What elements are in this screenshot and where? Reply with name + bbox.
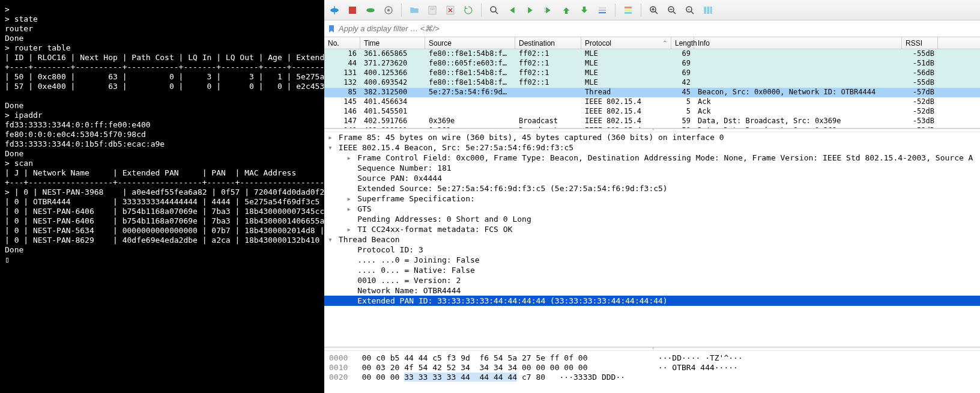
- svg-rect-14: [625, 7, 632, 8]
- packet-row[interactable]: 44371.273620fe80::605f:e603:f…ff02::1MLE…: [324, 59, 980, 69]
- packet-row[interactable]: 145401.456634IEEE 802.15.45Ack-52dB: [324, 97, 980, 107]
- svg-rect-13: [599, 7, 606, 8]
- first-packet-icon[interactable]: [558, 2, 574, 18]
- display-filter-bar: [324, 20, 980, 37]
- prev-packet-icon[interactable]: [504, 2, 520, 18]
- goto-packet-icon[interactable]: [540, 2, 556, 18]
- terminal-pane[interactable]: > > state router Done > router table | I…: [0, 0, 324, 393]
- svg-rect-21: [704, 7, 706, 14]
- packet-list-pane[interactable]: No. Time Source Destination Protocol⌃ Le…: [324, 37, 980, 129]
- detail-line[interactable]: TI CC24xx-format metadata: FCS OK: [324, 224, 980, 234]
- packet-row[interactable]: 147402.5917660x369eBroadcastIEEE 802.15.…: [324, 117, 980, 126]
- detail-line[interactable]: Protocol ID: 3: [324, 245, 980, 255]
- detail-line[interactable]: GTS: [324, 204, 980, 214]
- packet-row[interactable]: 85382.3125005e:27:5a:54:f6:9d…Thread45Be…: [324, 88, 980, 97]
- last-packet-icon[interactable]: [576, 2, 592, 18]
- svg-rect-11: [599, 12, 606, 13]
- detail-line[interactable]: Superframe Specification:: [324, 193, 980, 204]
- next-packet-icon[interactable]: [522, 2, 538, 18]
- col-header-info[interactable]: Info: [694, 37, 902, 49]
- svg-rect-23: [710, 7, 712, 14]
- col-header-protocol[interactable]: Protocol⌃: [581, 37, 671, 49]
- colorize-icon[interactable]: [620, 2, 636, 18]
- svg-rect-0: [349, 7, 356, 14]
- packet-details-pane[interactable]: Frame 85: 45 bytes on wire (360 bits), 4…: [324, 132, 980, 347]
- detail-line[interactable]: Extended PAN ID: 33:33:33:33:44:44:44:44…: [324, 296, 980, 306]
- svg-rect-15: [625, 9, 632, 11]
- svg-point-7: [491, 7, 496, 12]
- svg-text:=: =: [688, 7, 690, 11]
- detail-line[interactable]: Frame 85: 45 bytes on wire (360 bits), 4…: [324, 132, 980, 142]
- detail-line[interactable]: .... ...0 = Joining: False: [324, 255, 980, 265]
- reload-icon[interactable]: [461, 2, 476, 18]
- detail-line[interactable]: Network Name: OTBR4444: [324, 285, 980, 296]
- bookmark-icon[interactable]: [327, 24, 336, 34]
- svg-rect-22: [707, 7, 710, 14]
- zoom-out-icon[interactable]: [664, 2, 680, 18]
- svg-rect-10: [544, 11, 545, 12]
- detail-line[interactable]: Source PAN: 0x4444: [324, 173, 980, 183]
- display-filter-input[interactable]: [339, 24, 978, 33]
- main-toolbar: =: [324, 0, 980, 20]
- resize-columns-icon[interactable]: [700, 2, 716, 18]
- open-file-icon[interactable]: [407, 2, 422, 18]
- capture-options-icon[interactable]: [381, 2, 396, 18]
- packet-row[interactable]: 146401.545501IEEE 802.15.45Ack-52dB: [324, 107, 980, 117]
- detail-line[interactable]: Extended Source: 5e:27:5a:54:f6:9d:f3:c5…: [324, 183, 980, 193]
- zoom-reset-icon[interactable]: =: [682, 2, 698, 18]
- packet-row[interactable]: 132400.693542fe80::f8e1:54b8:f…ff02::1ML…: [324, 78, 980, 88]
- col-header-time[interactable]: Time: [360, 37, 425, 49]
- wireshark-window: = No. Time Source Destination Protocol⌃ …: [324, 0, 980, 393]
- svg-rect-16: [625, 12, 632, 14]
- col-header-rssi[interactable]: RSSI: [902, 37, 938, 49]
- zoom-in-icon[interactable]: [646, 2, 662, 18]
- detail-line[interactable]: .... 0... = Native: False: [324, 265, 980, 275]
- detail-line[interactable]: Pending Addresses: 0 Short and 0 Long: [324, 214, 980, 224]
- col-header-no[interactable]: No.: [324, 37, 360, 49]
- restart-capture-icon[interactable]: [363, 2, 378, 18]
- hex-row[interactable]: 0010 00 03 20 4f 54 42 52 34 34 34 34 00…: [329, 363, 975, 373]
- svg-rect-3: [429, 6, 436, 14]
- col-header-source[interactable]: Source: [425, 37, 515, 49]
- detail-line[interactable]: Frame Control Field: 0xc000, Frame Type:…: [324, 153, 980, 163]
- svg-rect-8: [544, 8, 545, 8]
- detail-line[interactable]: Thread Beacon: [324, 234, 980, 245]
- svg-rect-9: [544, 10, 545, 10]
- stop-capture-icon[interactable]: [345, 2, 360, 18]
- packet-row[interactable]: 131400.125366fe80::f8e1:54b8:f…ff02::1ML…: [324, 69, 980, 78]
- hex-row[interactable]: 0000 00 c0 b5 44 44 c5 f3 9d f6 54 5a 27…: [329, 353, 975, 363]
- svg-rect-5: [430, 9, 435, 10]
- packet-bytes-pane[interactable]: 0000 00 c0 b5 44 44 c5 f3 9d f6 54 5a 27…: [324, 351, 980, 393]
- packet-list-header[interactable]: No. Time Source Destination Protocol⌃ Le…: [324, 37, 980, 49]
- detail-line[interactable]: 0010 .... = Version: 2: [324, 275, 980, 285]
- col-header-length[interactable]: Length: [671, 37, 694, 49]
- start-capture-icon[interactable]: [327, 2, 342, 18]
- find-icon[interactable]: [486, 2, 502, 18]
- svg-rect-12: [599, 10, 606, 11]
- detail-line[interactable]: IEEE 802.15.4 Beacon, Src: 5e:27:5a:54:f…: [324, 142, 980, 153]
- svg-rect-4: [430, 8, 435, 8]
- pane-splitter[interactable]: [324, 347, 980, 351]
- pane-splitter[interactable]: [324, 129, 980, 132]
- packet-row[interactable]: 16361.665865fe80::f8e1:54b8:f…ff02::1MLE…: [324, 49, 980, 59]
- save-file-icon[interactable]: [425, 2, 440, 18]
- hex-row[interactable]: 0020 00 00 00 33 33 33 33 44 44 44 44 c7…: [329, 373, 975, 382]
- svg-point-2: [387, 8, 390, 11]
- detail-line[interactable]: Sequence Number: 181: [324, 163, 980, 173]
- col-header-destination[interactable]: Destination: [515, 37, 581, 49]
- auto-scroll-icon[interactable]: [594, 2, 610, 18]
- close-file-icon[interactable]: [443, 2, 458, 18]
